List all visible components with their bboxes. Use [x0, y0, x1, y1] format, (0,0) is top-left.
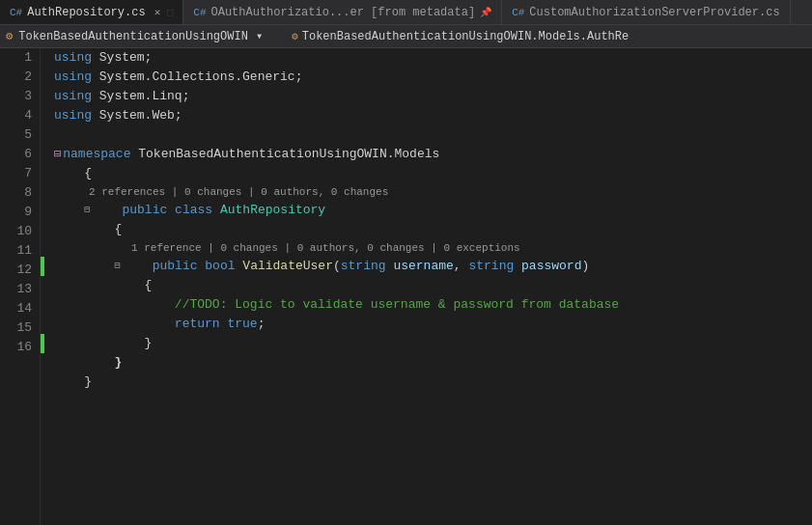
tab-label: AuthRepository.cs: [27, 6, 145, 19]
tab-label-oauth: OAuthAuthorizatio...er [from metadata]: [210, 6, 475, 19]
tab-pin-dots: ⬚: [167, 7, 173, 18]
meta-class-refs: 2 references | 0 changes | 0 authors, 0 …: [54, 183, 812, 201]
code-line-8: ⊟ public class AuthRepository: [54, 201, 812, 220]
tab-auth-repo[interactable]: C# AuthRepository.cs ✕ ⬚: [0, 0, 183, 24]
line-num-16: 16: [10, 338, 32, 357]
tab-oauth[interactable]: C# OAuthAuthorizatio...er [from metadata…: [183, 0, 502, 24]
line-numbers: 1 2 3 4 5 6 7 8 9 10 11 12 13 14 15 16: [0, 48, 41, 525]
project-icon: ⚙: [6, 29, 13, 43]
pin-icon: 📌: [480, 7, 491, 18]
code-line-12: //TODO: Logic to validate username & pas…: [54, 295, 812, 315]
tab-bar: C# AuthRepository.cs ✕ ⬚ C# OAuthAuthori…: [0, 0, 812, 25]
code-line-7: {: [54, 164, 812, 183]
cs-icon-2: C#: [193, 7, 206, 18]
code-line-2: using System.Collections.Generic;: [54, 68, 812, 87]
code-line-5: [54, 125, 812, 145]
breadcrumb-right: ⚙ TokenBasedAuthenticationUsingOWIN.Mode…: [282, 30, 629, 43]
code-line-16: }: [54, 373, 812, 392]
code-line-4: using System.Web;: [54, 106, 812, 125]
breadcrumb-bar: ⚙ TokenBasedAuthenticationUsingOWIN ▾ ⚙ …: [0, 25, 812, 48]
breadcrumb-project: TokenBasedAuthenticationUsingOWIN: [18, 30, 248, 43]
line-num-3: 3: [10, 87, 32, 106]
tab-close-auth-repo[interactable]: ✕: [154, 6, 161, 18]
line-num-10: 10: [10, 222, 32, 241]
line-num-5: 5: [10, 125, 32, 145]
line-num-8: 8: [10, 183, 32, 203]
breadcrumb-dropdown-btn[interactable]: ▾: [256, 29, 263, 43]
meta-method-refs: 1 reference | 0 changes | 0 authors, 0 c…: [54, 239, 812, 257]
line-num-15: 15: [10, 318, 32, 338]
line-num-6: 6: [10, 145, 32, 164]
breadcrumb-right-icon: ⚙: [292, 30, 298, 42]
line-num-2: 2: [10, 68, 32, 87]
code-line-1: using System;: [54, 48, 812, 68]
code-line-14: }: [54, 334, 812, 353]
tab-custom-auth[interactable]: C# CustomAuthorizationServerProvider.cs: [502, 0, 790, 24]
code-content[interactable]: using System; using System.Collections.G…: [41, 48, 812, 525]
line-num-11: 11: [10, 241, 32, 261]
editor: 1 2 3 4 5 6 7 8 9 10 11 12 13 14 15 16 u…: [0, 48, 812, 525]
code-line-3: using System.Linq;: [54, 87, 812, 106]
cs-icon-3: C#: [512, 7, 524, 18]
breadcrumb-left: ⚙ TokenBasedAuthenticationUsingOWIN ▾: [6, 29, 263, 43]
code-line-6: ⊟namespace TokenBasedAuthenticationUsing…: [54, 145, 812, 164]
breadcrumb-namespace: TokenBasedAuthenticationUsingOWIN.Models…: [302, 30, 629, 43]
code-line-15: }: [54, 353, 812, 373]
line-num-4: 4: [10, 106, 32, 125]
line-num-13: 13: [10, 280, 32, 299]
code-line-11: {: [54, 276, 812, 295]
line-num-9: 9: [10, 203, 32, 222]
code-line-10: ⊟ public bool ValidateUser(string userna…: [54, 257, 812, 276]
line-num-1: 1: [10, 48, 32, 68]
collapse-method[interactable]: ⊟: [114, 257, 120, 276]
collapse-class[interactable]: ⊟: [84, 201, 90, 220]
code-line-13: return true;: [54, 315, 812, 334]
line-num-12: 12: [10, 261, 32, 280]
line-num-14: 14: [10, 299, 32, 318]
code-line-9: {: [54, 220, 812, 239]
tab-label-custom: CustomAuthorizationServerProvider.cs: [529, 6, 779, 19]
line-num-7: 7: [10, 164, 32, 183]
cs-icon: C#: [10, 7, 22, 18]
